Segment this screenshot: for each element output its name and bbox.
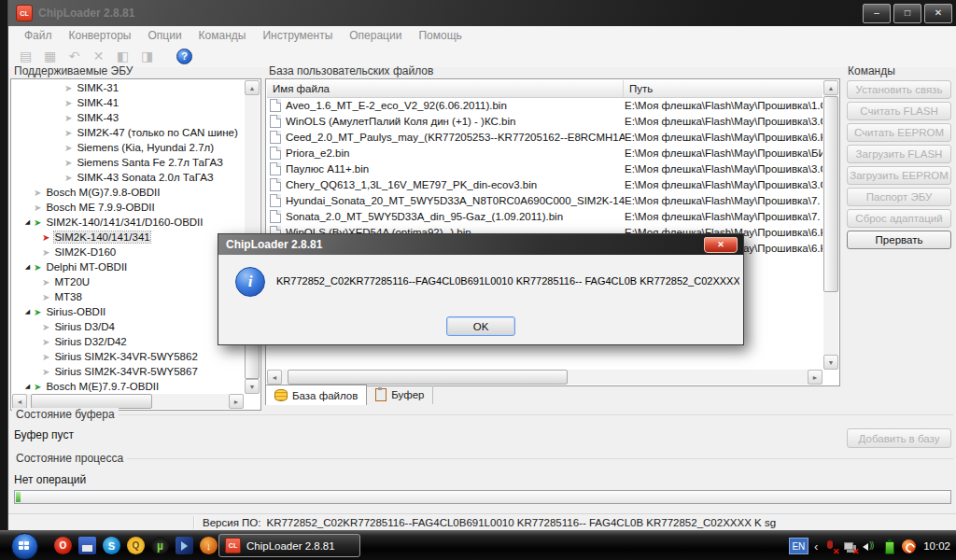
tree-item[interactable]: ◢➤Bosch M(E)7.9.7-OBDII (12, 379, 244, 393)
command-button[interactable]: Прервать (847, 231, 951, 249)
scrollbar-thumb[interactable] (31, 394, 152, 409)
tree-item[interactable]: ◢➤Sirius-OBDII (12, 304, 244, 319)
ok-button[interactable]: OK (446, 316, 515, 336)
tree-item[interactable]: ➤Sirius SIM2K-34VR-5WY5862 (12, 349, 244, 364)
table-row[interactable]: Sonata_2.0_MT_5WY5D33A_din_95-Gaz_(1.09.… (267, 208, 822, 224)
battery-icon[interactable] (882, 539, 896, 553)
tree-item[interactable]: ➤SIM2K-D160 (12, 245, 244, 259)
tree-item[interactable]: ➤Sirius SIM2K-34VR-5WY5867 (12, 364, 244, 379)
scroll-up-arrow[interactable]: ▲ (245, 80, 260, 95)
tree-item[interactable]: ◢➤SIM2K-140/141/341/D160-OBDII (12, 215, 244, 230)
tree-item[interactable]: ➤Siemens Santa Fe 2.7л ТаГАЗ (12, 155, 244, 170)
tools-icon[interactable] (91, 49, 106, 64)
column-header-path[interactable]: Путь (624, 80, 822, 97)
tree-horizontal-scrollbar[interactable]: ◄ ► (12, 394, 244, 409)
tree-item[interactable]: ◢➤Delphi MT-OBDII (12, 259, 244, 274)
command-button[interactable]: Загрузить EEPROM (847, 166, 951, 185)
table-row[interactable]: Aveo_1.6_MT_E-2_eco_V2_92(6.06.2011).bin… (267, 97, 822, 113)
menu-item[interactable]: Инструменты (254, 29, 341, 42)
menu-item[interactable]: Опции (139, 29, 190, 42)
qip-icon[interactable] (127, 537, 145, 554)
tab-inactive[interactable]: Буфер (367, 385, 433, 404)
menu-item[interactable]: Команды (190, 29, 255, 42)
tree-item[interactable]: ➤SIMK-43 Sonata 2.0л ТаГАЗ (12, 170, 244, 185)
scroll-right-arrow[interactable]: ► (808, 370, 822, 385)
tree-item[interactable]: ➤SIMK-43 (12, 110, 244, 125)
save-icon[interactable] (42, 49, 58, 64)
menu-item[interactable]: Операции (341, 29, 410, 42)
tree-expander-icon[interactable]: ◢ (21, 263, 34, 271)
media-player-icon[interactable] (176, 537, 193, 554)
files-horizontal-scrollbar[interactable]: ◄ ► (267, 370, 822, 385)
read-chip-icon[interactable] (115, 49, 131, 64)
tree-item[interactable]: ➤Bosch M(G)7.9.8-OBDII (12, 185, 244, 200)
command-button[interactable]: Паспорт ЭБУ (847, 188, 951, 206)
tree-item[interactable]: ➤SIMK-41 (12, 95, 244, 110)
taskbar-app-button[interactable]: CL ChipLoader 2.8.81 (218, 534, 360, 557)
tree-item[interactable]: ➤Sirius D3/D4 (12, 319, 244, 334)
tree-item[interactable]: ➤SIMK-31 (12, 80, 244, 95)
window-title: ChipLoader 2.8.81 (38, 7, 134, 20)
mic-muted-icon[interactable] (823, 539, 837, 553)
scroll-right-arrow[interactable]: ► (229, 394, 244, 409)
floppy-icon[interactable] (78, 537, 96, 554)
menu-item[interactable]: Файл (16, 29, 61, 42)
scroll-down-arrow[interactable]: ▼ (823, 355, 838, 370)
utorrent-icon[interactable] (151, 537, 169, 554)
minimize-button[interactable] (863, 4, 891, 23)
table-row[interactable]: Ceed_2.0_MT_Paulys_may_(KR77205253--KR77… (267, 129, 822, 145)
tree-item[interactable]: ➤SIM2K-140/141/341 (12, 230, 244, 245)
language-indicator[interactable]: EN (789, 538, 808, 554)
scroll-left-arrow[interactable]: ◄ (267, 370, 282, 385)
tree-item[interactable]: ➤Bosch ME 7.9.9-OBDII (12, 200, 244, 215)
undo-icon[interactable] (66, 49, 82, 64)
open-icon[interactable] (18, 49, 34, 64)
command-button[interactable]: Считать EEPROM (847, 123, 951, 142)
opera-icon[interactable] (54, 537, 72, 554)
start-button[interactable] (11, 533, 38, 560)
command-button[interactable]: Считать FLASH (847, 102, 951, 120)
tree-expander-icon[interactable]: ◢ (21, 218, 34, 226)
tree-expander-icon[interactable]: ◢ (21, 383, 34, 390)
menu-item[interactable]: Конверторы (61, 29, 140, 42)
table-row[interactable]: Hyundai_Sonata_20_MT_5WY5D33A_N8T0RC0A69… (267, 192, 822, 208)
scroll-down-arrow[interactable]: ▼ (245, 379, 260, 394)
command-button[interactable]: Установить связь (847, 80, 951, 99)
tree-header: Поддерживаемые ЭБУ (14, 64, 133, 77)
tree-expander-icon[interactable]: ◢ (21, 308, 34, 315)
tab-active[interactable]: База файлов (265, 385, 367, 405)
table-row[interactable]: Паулюс А11+.binE:\Моя флешка\Flash\May\П… (267, 161, 822, 176)
scroll-left-arrow[interactable]: ◄ (12, 394, 27, 409)
command-button[interactable]: Загрузить FLASH (847, 145, 951, 163)
database-icon (274, 389, 288, 401)
scrollbar-thumb[interactable] (823, 96, 838, 292)
skype-icon[interactable] (103, 537, 120, 554)
dialog-close-icon[interactable]: ✕ (704, 237, 738, 253)
tree-item[interactable]: ➤Siemens (Kia, Hyundai 2.7л) (12, 140, 244, 155)
command-button[interactable]: Сброс адаптаций (847, 209, 951, 228)
write-chip-icon[interactable] (139, 49, 155, 64)
tree-item[interactable]: ➤MT38 (12, 289, 244, 304)
tree-item[interactable]: ➤MT20U (12, 274, 244, 289)
network-disconnected-icon[interactable] (843, 539, 857, 553)
file-name: Hyundai_Sonata_20_MT_5WY5D33A_N8T0RC0A69… (286, 195, 625, 206)
table-row[interactable]: Priora_e2.binE:\Моя флешка\Flash\May\Про… (267, 145, 822, 161)
tray-collapse-chevron[interactable]: ‹ (814, 539, 818, 553)
tree-item[interactable]: ➤Sirius D32/D42 (12, 334, 244, 349)
antivirus-icon[interactable] (902, 539, 916, 553)
scrollbar-thumb[interactable] (288, 370, 568, 385)
table-row[interactable]: Chery_QQ613_1,3L_16V_ME797_PK_din-ecov3.… (267, 176, 822, 192)
table-row[interactable]: WinOLS (АмулетПалий Коля дин (+1) - )КС.… (267, 113, 822, 129)
maximize-button[interactable] (893, 4, 921, 23)
column-header-name[interactable]: Имя файла (267, 80, 624, 97)
close-button[interactable] (924, 4, 952, 23)
download-manager-icon[interactable] (200, 537, 218, 554)
add-to-database-button[interactable]: Добавить в базу (847, 428, 951, 448)
scroll-up-arrow[interactable]: ▲ (823, 80, 838, 95)
help-icon[interactable] (176, 49, 192, 64)
menu-item[interactable]: Помощь (410, 29, 470, 42)
tree-item[interactable]: ➤SIM2K-47 (только по CAN шине) (12, 125, 244, 140)
files-vertical-scrollbar[interactable]: ▲ ▼ (823, 80, 838, 370)
volume-icon[interactable] (863, 539, 877, 553)
gray-arrow: ➤ (64, 128, 72, 138)
